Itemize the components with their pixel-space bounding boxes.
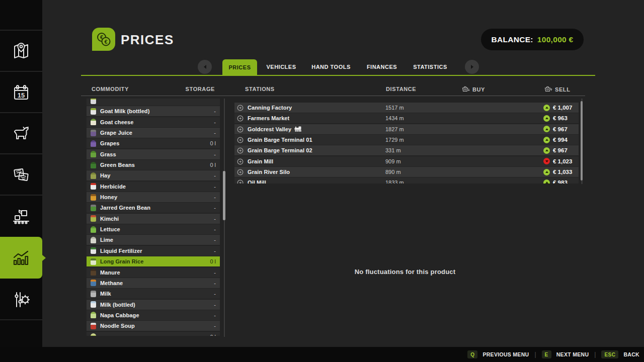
col-header-distance: DISTANCE <box>386 86 416 92</box>
station-row[interactable]: Grain Mill 909 m € 1,023 <box>234 156 579 166</box>
sidebar: 15 <box>0 0 42 347</box>
sidebar-item-map[interactable] <box>0 31 42 71</box>
methane-icon <box>91 280 96 286</box>
milk-bottle-icon <box>91 301 96 308</box>
col-header-sell: SELL <box>544 86 571 93</box>
tabs-prev-arrow-icon[interactable] <box>198 60 212 74</box>
sell-point-icon <box>237 104 244 113</box>
commodity-scrollbar-thumb[interactable] <box>223 171 225 220</box>
commodity-row[interactable] <box>87 99 220 106</box>
herbicide-icon <box>91 183 96 190</box>
contracts-icon <box>10 163 33 187</box>
tabs-next-arrow-icon[interactable] <box>465 60 479 74</box>
price-trend-icon <box>543 169 550 175</box>
commodity-row[interactable]: Noodle Soup - <box>87 321 220 331</box>
commodity-row[interactable]: 0 l <box>87 332 220 336</box>
milk-icon <box>91 291 96 297</box>
tab-hand-tools[interactable]: HAND TOOLS <box>311 59 351 75</box>
station-row[interactable]: Oil Mill 1833 m € 983 <box>234 177 579 184</box>
manure-icon <box>91 269 96 276</box>
tabs-underline <box>81 75 595 76</box>
commodity-row[interactable]: Grape Juice - <box>87 128 220 138</box>
svg-text:€: € <box>104 39 107 45</box>
liquid-fertilizer-icon <box>91 247 96 254</box>
map-icon <box>10 40 33 63</box>
station-row[interactable]: Grain Barge Terminal 02 331 m € 967 <box>234 145 579 155</box>
commodity-row[interactable]: Long Grain Rice 0 l <box>87 256 220 266</box>
hotkey-key-e[interactable]: E <box>542 350 551 358</box>
commodity-list: Goat Milk (bottled) - Goat cheese - Grap… <box>87 99 220 336</box>
price-trend-icon <box>543 115 550 122</box>
goat-milk-icon <box>91 99 96 104</box>
stations-scrollbar-thumb[interactable] <box>581 101 583 180</box>
buy-basket-icon <box>462 86 470 93</box>
lime-icon <box>91 237 96 243</box>
commodity-row[interactable]: Jarred Green Bean - <box>87 203 220 213</box>
commodity-row[interactable]: Goat Milk (bottled) - <box>87 106 220 116</box>
commodity-row[interactable]: Kimchi - <box>87 214 220 224</box>
commodity-row[interactable]: Napa Cabbage - <box>87 310 220 320</box>
station-row[interactable]: Canning Factory 1517 m € 1,007 <box>234 103 579 113</box>
station-row[interactable]: Farmers Market 1434 m € 963 <box>234 113 579 123</box>
sidebar-item-calendar[interactable]: 15 <box>0 72 42 113</box>
tab-prices[interactable]: PRICES <box>222 59 257 75</box>
lettuce-icon <box>91 226 96 233</box>
station-row[interactable]: Grain River Silo 890 m € 1,033 <box>234 167 579 177</box>
price-trend-icon <box>543 179 550 184</box>
prices-screen: 15 € € PRICES BALANCE: 100,000 € PRICES … <box>0 0 644 362</box>
station-row[interactable]: Grain Barge Terminal 01 1729 m € 994 <box>234 135 579 145</box>
price-trend-icon <box>543 158 550 164</box>
commodity-row[interactable]: Methane - <box>87 278 220 288</box>
kimchi-icon <box>91 215 96 222</box>
price-trend-icon <box>543 105 550 111</box>
hay-icon <box>91 172 96 179</box>
napa-cabbage-icon <box>91 312 96 318</box>
col-header-buy: BUY <box>462 86 485 93</box>
grapes-icon <box>91 140 96 147</box>
sell-basket-icon <box>544 86 552 93</box>
tab-vehicles[interactable]: VEHICLES <box>266 59 296 75</box>
station-row[interactable]: Goldcrest Valley 1827 m € 967 <box>234 124 579 134</box>
long-grain-rice-icon <box>91 258 96 265</box>
sidebar-item-animals[interactable] <box>0 114 42 154</box>
sell-point-icon <box>237 158 244 167</box>
hotkey-key-q[interactable]: Q <box>467 350 477 358</box>
hotkey-separator: | <box>534 351 536 358</box>
tab-finances[interactable]: FINANCES <box>367 59 397 75</box>
commodity-row[interactable]: Milk - <box>87 289 220 299</box>
sidebar-item-statistics[interactable] <box>0 237 42 279</box>
commodity-row[interactable]: Honey - <box>87 192 220 202</box>
green-beans-icon <box>91 162 96 168</box>
animals-icon <box>10 122 33 145</box>
jarred-green-bean-icon <box>91 205 96 211</box>
commodity-row[interactable]: Lettuce - <box>87 224 220 234</box>
balance-value: 100,000 € <box>537 35 574 44</box>
honey-icon <box>91 194 96 201</box>
sidebar-divider <box>0 30 42 31</box>
tab-statistics[interactable]: STATISTICS <box>413 59 447 75</box>
hotkey-label: BACK <box>623 351 639 357</box>
statistics-icon <box>10 246 33 269</box>
balance-label: BALANCE: <box>492 35 533 44</box>
grape-juice-icon <box>91 130 96 136</box>
commodity-row[interactable]: Manure - <box>87 267 220 278</box>
commodity-row[interactable]: Herbicide - <box>87 182 220 192</box>
sidebar-item-settings[interactable] <box>0 280 42 320</box>
commodity-row[interactable]: Goat cheese - <box>87 117 220 127</box>
price-trend-icon <box>543 147 550 154</box>
sidebar-active-arrow-icon <box>42 255 46 261</box>
commodity-row[interactable]: Milk (bottled) - <box>87 300 220 310</box>
sell-point-icon <box>237 115 244 124</box>
balance-badge: BALANCE: 100,000 € <box>481 29 584 50</box>
commodity-row[interactable]: Lime - <box>87 235 220 245</box>
commodity-row[interactable]: Grapes 0 l <box>87 138 220 148</box>
commodity-row[interactable]: Liquid Fertilizer - <box>87 246 220 256</box>
col-header-stations: STATIONS <box>245 86 275 92</box>
commodity-row[interactable]: Grass - <box>87 149 220 159</box>
hotkey-bar: QPREVIOUS MENU|ENEXT MENU|ESCBACK <box>0 347 644 362</box>
sidebar-item-production[interactable] <box>0 196 42 236</box>
sidebar-item-contracts[interactable] <box>0 155 42 195</box>
hotkey-key-esc[interactable]: ESC <box>601 350 618 358</box>
commodity-row[interactable]: Hay - <box>87 170 220 180</box>
commodity-row[interactable]: Green Beans 0 l <box>87 160 220 170</box>
